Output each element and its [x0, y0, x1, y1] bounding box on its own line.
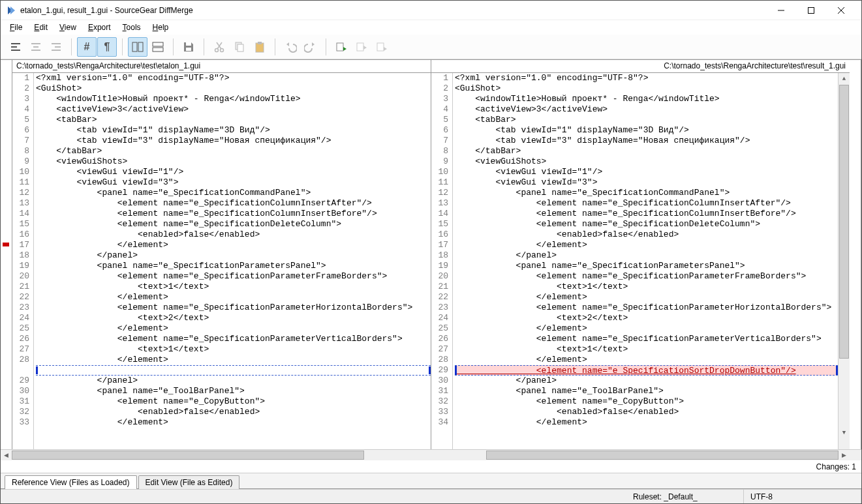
- svg-rect-16: [153, 48, 163, 52]
- svg-rect-26: [258, 42, 262, 44]
- svg-point-19: [215, 48, 219, 52]
- minimize-button[interactable]: [766, 1, 796, 20]
- menu-help[interactable]: Help: [147, 22, 174, 33]
- align-left-icon[interactable]: [6, 37, 25, 57]
- window-title: etalon_1.gui, result_1.gui - SourceGear …: [20, 6, 766, 15]
- overview-strip-left[interactable]: [1, 60, 12, 449]
- prev-diff-icon[interactable]: [352, 37, 371, 57]
- split-horizontal-icon[interactable]: [148, 37, 168, 57]
- svg-rect-17: [186, 42, 191, 46]
- svg-rect-1: [808, 7, 814, 13]
- menu-tools[interactable]: Tools: [117, 22, 146, 33]
- scroll-down-icon[interactable]: ▼: [839, 427, 850, 438]
- tab-edit-view[interactable]: Edit View (File as Edited): [138, 475, 240, 489]
- menubar: FileEditViewExportToolsHelp: [1, 20, 861, 35]
- redo-icon[interactable]: [301, 37, 320, 57]
- svg-line-21: [217, 42, 222, 49]
- last-diff-icon[interactable]: [372, 37, 392, 57]
- svg-rect-15: [153, 42, 163, 46]
- undo-icon[interactable]: [281, 37, 300, 57]
- align-right-icon[interactable]: [46, 37, 66, 57]
- overview-strip-right[interactable]: [850, 60, 861, 449]
- window-buttons: [766, 1, 856, 20]
- menu-edit[interactable]: Edit: [29, 22, 53, 33]
- changes-summary: Changes: 1: [1, 460, 861, 473]
- split-vertical-icon[interactable]: [128, 37, 147, 57]
- toolbar: #¶: [1, 35, 861, 59]
- hscroll-thumb-right[interactable]: [486, 451, 839, 460]
- svg-rect-25: [256, 43, 264, 52]
- svg-line-22: [217, 42, 221, 49]
- svg-rect-13: [132, 42, 137, 52]
- svg-point-20: [221, 48, 224, 52]
- main-area: C:\tornado_tests\RengaArchitecture\test\…: [1, 59, 861, 473]
- diff-marker: [3, 243, 9, 246]
- left-pane: C:\tornado_tests\RengaArchitecture\test\…: [12, 60, 431, 449]
- left-gutter: 1234567891011121314151617181920212223242…: [12, 73, 34, 449]
- maximize-button[interactable]: [796, 1, 826, 20]
- vscroll-thumb[interactable]: [839, 85, 849, 359]
- titlebar: etalon_1.gui, result_1.gui - SourceGear …: [1, 1, 861, 20]
- menu-view[interactable]: View: [54, 22, 82, 33]
- svg-rect-29: [377, 43, 384, 51]
- left-editor[interactable]: 1234567891011121314151617181920212223242…: [12, 73, 431, 449]
- right-code[interactable]: <?xml version="1.0" encoding="UTF-8"?><G…: [453, 73, 838, 449]
- changes-label: Changes: 1: [816, 462, 856, 471]
- right-file-path: C:\tornado_tests\RengaArchitecture\test\…: [431, 60, 850, 73]
- paste-icon[interactable]: [250, 37, 269, 57]
- close-button[interactable]: [826, 1, 856, 20]
- horizontal-scrollbar[interactable]: ◀ ▶: [1, 449, 861, 460]
- status-ruleset: Ruleset: _Default_: [626, 490, 744, 503]
- left-file-path: C:\tornado_tests\RengaArchitecture\test\…: [12, 60, 431, 73]
- view-tabs: Reference View (Files as Loaded) Edit Vi…: [1, 473, 861, 489]
- right-editor[interactable]: 1234567891011121314151617181920212223242…: [431, 73, 850, 449]
- right-pane: C:\tornado_tests\RengaArchitecture\test\…: [431, 60, 850, 449]
- statusbar: Ruleset: _Default_ UTF-8: [1, 489, 861, 503]
- svg-rect-28: [357, 43, 363, 51]
- hscroll-right-icon[interactable]: ▶: [839, 450, 850, 461]
- hash-icon[interactable]: #: [77, 37, 97, 57]
- pilcrow-icon[interactable]: ¶: [97, 37, 117, 57]
- svg-rect-27: [337, 43, 343, 51]
- app-icon: [6, 5, 16, 16]
- copy-icon[interactable]: [230, 37, 249, 57]
- cut-icon[interactable]: [209, 37, 229, 57]
- status-encoding: UTF-8: [744, 490, 861, 503]
- right-gutter: 1234567891011121314151617181920212223242…: [431, 73, 453, 449]
- hscroll-left-icon[interactable]: ◀: [1, 450, 12, 461]
- scroll-up-icon[interactable]: ▲: [839, 73, 850, 84]
- svg-rect-14: [138, 42, 143, 52]
- align-center-icon[interactable]: [26, 37, 46, 57]
- vertical-scrollbar[interactable]: ▲ ▼: [838, 73, 850, 449]
- menu-file[interactable]: File: [5, 22, 27, 33]
- tab-reference-view[interactable]: Reference View (Files as Loaded): [5, 475, 137, 489]
- menu-export[interactable]: Export: [83, 22, 116, 33]
- save-icon[interactable]: [179, 37, 198, 57]
- svg-rect-18: [186, 48, 191, 51]
- svg-rect-24: [238, 44, 243, 52]
- next-diff-icon[interactable]: [331, 37, 351, 57]
- left-code[interactable]: <?xml version="1.0" encoding="UTF-8"?><G…: [34, 73, 431, 449]
- hscroll-thumb-left[interactable]: [12, 451, 364, 460]
